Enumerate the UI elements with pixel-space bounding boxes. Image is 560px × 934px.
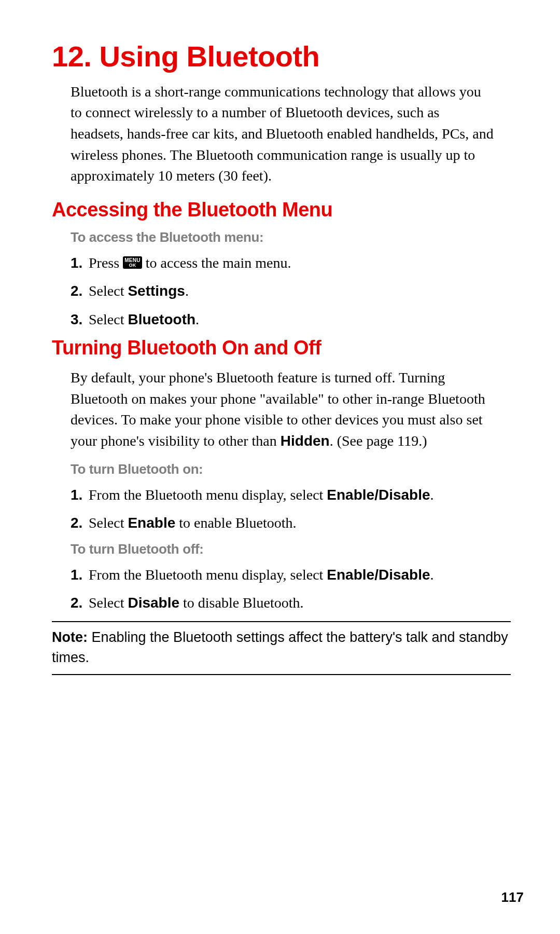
step-number: 1. (71, 565, 85, 586)
step-number: 1. (71, 485, 85, 506)
section-title-accessing: Accessing the Bluetooth Menu (52, 199, 511, 221)
on-step-1: 1. From the Bluetooth menu display, sele… (71, 485, 511, 506)
step-text: to access the main menu. (142, 255, 291, 271)
off-step-1: 1. From the Bluetooth menu display, sele… (71, 565, 511, 586)
menu-item-enable: Enable (128, 515, 175, 531)
step-number: 2. (71, 281, 85, 302)
step-number: 1. (71, 253, 85, 274)
step-text: . (430, 567, 434, 583)
step-number: 2. (71, 513, 85, 534)
step-text: to disable Bluetooth. (179, 595, 304, 611)
step-text: . (195, 311, 199, 327)
page-number: 117 (501, 889, 524, 905)
note-label: Note: (52, 629, 88, 645)
step-text: From the Bluetooth menu display, select (89, 487, 327, 503)
term-hidden: Hidden (281, 433, 330, 449)
subhead-access: To access the Bluetooth menu: (71, 229, 511, 245)
onoff-intro-paragraph: By default, your phone's Bluetooth featu… (71, 367, 496, 451)
menu-ok-key-icon: MENUOK (123, 256, 142, 269)
subhead-turn-on: To turn Bluetooth on: (71, 461, 511, 477)
menu-item-enable-disable: Enable/Disable (327, 567, 430, 583)
menu-item-settings: Settings (128, 283, 185, 299)
paragraph-text: . (See page 119.) (330, 433, 427, 449)
step-text: Select (89, 311, 128, 327)
step-text: Select (89, 283, 128, 299)
menu-item-disable: Disable (128, 595, 179, 611)
chapter-title: 12. Using Bluetooth (52, 42, 511, 72)
step-text: to enable Bluetooth. (175, 515, 296, 531)
chapter-intro: Bluetooth is a short-range communication… (71, 81, 496, 187)
section-title-onoff: Turning Bluetooth On and Off (52, 337, 511, 359)
step-number: 3. (71, 309, 85, 331)
access-step-2: 2. Select Settings. (71, 281, 511, 302)
menu-item-bluetooth: Bluetooth (128, 311, 195, 327)
step-text: From the Bluetooth menu display, select (89, 567, 327, 583)
step-text: Select (89, 515, 128, 531)
on-step-2: 2. Select Enable to enable Bluetooth. (71, 513, 511, 534)
note-box: Note: Enabling the Bluetooth settings af… (52, 621, 511, 675)
menu-item-enable-disable: Enable/Disable (327, 487, 430, 503)
step-text: . (430, 487, 434, 503)
note-text: Enabling the Bluetooth settings affect t… (52, 629, 508, 665)
off-step-2: 2. Select Disable to disable Bluetooth. (71, 593, 511, 614)
access-step-3: 3. Select Bluetooth. (71, 309, 511, 331)
page-content: 12. Using Bluetooth Bluetooth is a short… (52, 42, 511, 675)
step-number: 2. (71, 593, 85, 614)
access-step-1: 1. Press MENUOK to access the main menu. (71, 253, 511, 274)
step-text: Press (89, 255, 123, 271)
step-text: . (185, 283, 189, 299)
subhead-turn-off: To turn Bluetooth off: (71, 541, 511, 557)
step-text: Select (89, 595, 128, 611)
